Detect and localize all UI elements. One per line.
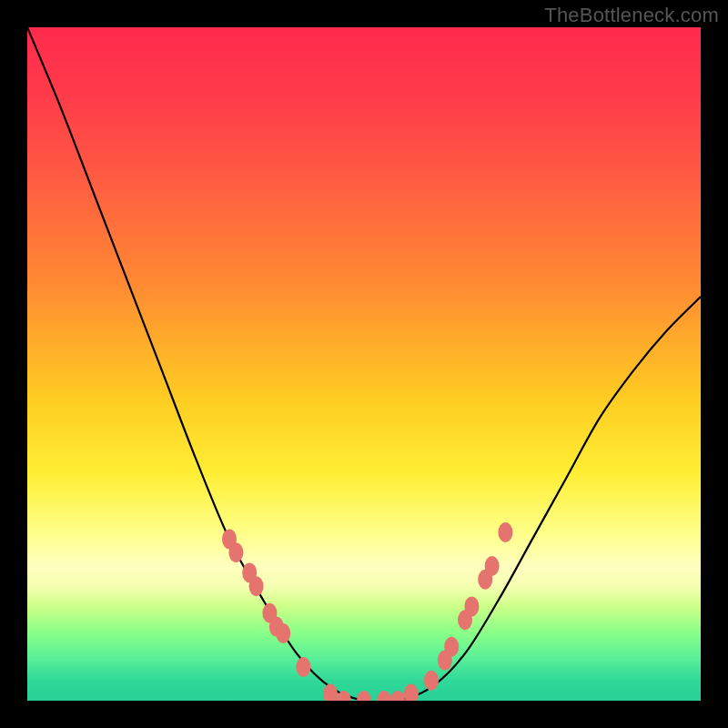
curve-marker xyxy=(323,684,338,701)
chart-frame: TheBottleneck.com xyxy=(0,0,728,728)
watermark-text: TheBottleneck.com xyxy=(544,4,719,27)
curve-marker xyxy=(377,691,391,701)
bottleneck-curve xyxy=(27,27,701,701)
curve-marker xyxy=(444,637,459,657)
curve-markers xyxy=(222,522,512,701)
plot-area xyxy=(27,27,701,701)
curve-marker xyxy=(498,522,512,542)
curve-marker xyxy=(390,691,405,701)
curve-marker xyxy=(464,596,479,616)
curve-marker xyxy=(276,623,290,643)
bottleneck-curve-svg xyxy=(27,27,701,701)
curve-marker xyxy=(228,542,243,562)
curve-marker xyxy=(485,556,500,576)
curve-marker xyxy=(357,691,371,701)
curve-marker xyxy=(404,684,419,701)
curve-marker xyxy=(424,671,439,691)
curve-marker xyxy=(296,657,310,677)
curve-marker xyxy=(249,576,264,596)
